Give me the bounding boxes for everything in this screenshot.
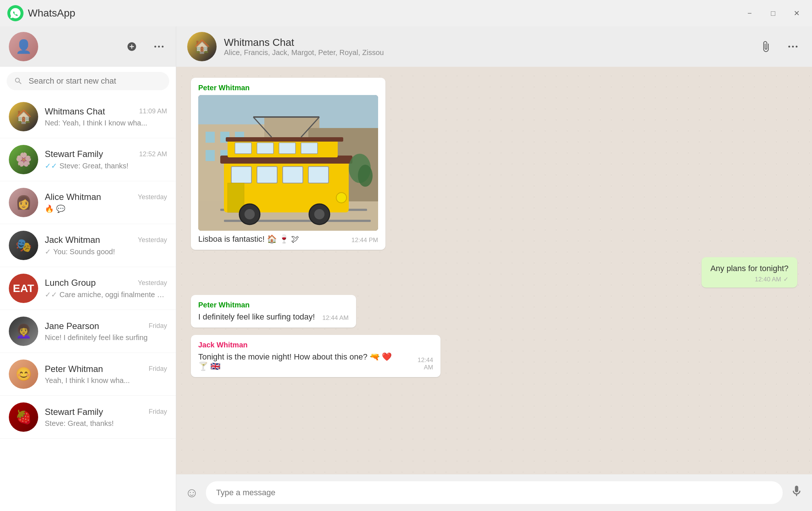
user-avatar-img: 👤 bbox=[9, 32, 38, 61]
menu-button[interactable] bbox=[151, 39, 167, 55]
message-meta: 12:44 AM bbox=[409, 357, 433, 371]
user-avatar[interactable]: 👤 bbox=[9, 32, 38, 61]
chat-list: 🏠 Whitmans Chat 11:09 AM Ned: Yeah, I th… bbox=[0, 95, 176, 511]
svg-rect-24 bbox=[231, 167, 251, 183]
search-icon bbox=[14, 77, 23, 85]
message-sender: Peter Whitman bbox=[198, 84, 378, 92]
attach-button[interactable] bbox=[758, 39, 774, 55]
avatar: 👩 bbox=[9, 188, 38, 217]
avatar: 🍓 bbox=[9, 402, 38, 432]
list-item[interactable]: 🍓 Stewart Family Friday Steve: Great, th… bbox=[0, 396, 176, 439]
chat-preview: Steve: Great, thanks! bbox=[45, 419, 114, 428]
maximize-button[interactable]: □ bbox=[765, 5, 781, 21]
search-wrapper bbox=[7, 72, 169, 90]
message-sender: Jack Whitman bbox=[198, 341, 433, 349]
lunch-group-text: EAT bbox=[13, 282, 34, 295]
search-input[interactable] bbox=[29, 76, 162, 86]
svg-point-33 bbox=[336, 193, 347, 203]
chat-name: Jane Pearson bbox=[45, 321, 99, 331]
chat-time: Friday bbox=[149, 322, 167, 330]
chat-info: Stewart Family 12:52 AM ✓✓ Steve: Great,… bbox=[45, 149, 167, 170]
list-item[interactable]: 😊 Peter Whitman Friday Yeah, I think I k… bbox=[0, 353, 176, 396]
message-input[interactable] bbox=[206, 481, 783, 504]
chat-time: Friday bbox=[149, 408, 167, 416]
emoji-button[interactable]: ☺ bbox=[185, 485, 199, 500]
svg-rect-30 bbox=[279, 143, 296, 154]
chat-preview: 🔥 💬 bbox=[45, 204, 65, 213]
list-item[interactable]: 👩‍🦱 Jane Pearson Friday Nice! I definite… bbox=[0, 310, 176, 353]
list-item[interactable]: 🌸 Stewart Family 12:52 AM ✓✓ Steve: Grea… bbox=[0, 138, 176, 181]
svg-point-37 bbox=[314, 209, 325, 219]
new-chat-button[interactable] bbox=[124, 39, 140, 55]
list-item[interactable]: 👩 Alice Whitman Yesterday 🔥 💬 bbox=[0, 181, 176, 224]
whatsapp-logo-icon bbox=[7, 5, 23, 21]
list-item[interactable]: EAT Lunch Group Yesterday ✓✓ Care amiche… bbox=[0, 267, 176, 310]
chat-header-avatar: 🏠 bbox=[187, 32, 217, 61]
chat-preview: Care amiche, oggi finalmente posso bbox=[59, 291, 167, 299]
message-image bbox=[198, 95, 378, 231]
svg-rect-27 bbox=[308, 167, 329, 183]
avatar: 🌸 bbox=[9, 145, 38, 174]
message-time: 12:44 PM bbox=[351, 237, 378, 244]
svg-rect-14 bbox=[206, 150, 215, 161]
list-item[interactable]: 🎭 Jack Whitman Yesterday ✓ You: Sounds g… bbox=[0, 224, 176, 267]
svg-rect-26 bbox=[283, 167, 303, 183]
svg-rect-31 bbox=[301, 143, 318, 154]
chat-time: Yesterday bbox=[138, 236, 167, 244]
input-bar: ☺ bbox=[176, 474, 812, 511]
chat-time: 12:52 AM bbox=[139, 150, 167, 158]
avatar: 🏠 bbox=[9, 102, 38, 131]
chat-name: Alice Whitman bbox=[45, 192, 101, 202]
chat-preview: Steve: Great, thanks! bbox=[59, 162, 128, 170]
outgoing-message-bubble: Any plans for tonight? 12:40 AM ✓ bbox=[702, 257, 797, 288]
avatar: EAT bbox=[9, 274, 38, 303]
chat-name: Stewart Family bbox=[45, 149, 103, 159]
chat-info: Peter Whitman Friday Yeah, I think I kno… bbox=[45, 364, 167, 385]
message-time: 12:44 AM bbox=[409, 357, 433, 371]
sent-check-icon: ✓ bbox=[783, 275, 789, 283]
message-sender: Peter Whitman bbox=[198, 301, 349, 309]
chat-time: 11:09 AM bbox=[139, 107, 167, 115]
svg-rect-28 bbox=[235, 143, 251, 154]
outgoing-meta: 12:40 AM ✓ bbox=[710, 275, 789, 283]
list-item[interactable]: 🏠 Whitmans Chat 11:09 AM Ned: Yeah, I th… bbox=[0, 95, 176, 138]
chat-panel: 🏠 Whitmans Chat Alice, Francis, Jack, Ma… bbox=[176, 26, 812, 511]
outgoing-text: Any plans for tonight? bbox=[710, 264, 789, 273]
minimize-button[interactable]: − bbox=[742, 5, 758, 21]
svg-rect-29 bbox=[257, 143, 273, 154]
message-bubble: Peter Whitman I definitely feel like sur… bbox=[191, 295, 356, 328]
chat-preview: Yeah, I think I know wha... bbox=[45, 376, 130, 385]
chat-info: Stewart Family Friday Steve: Great, than… bbox=[45, 407, 167, 428]
chat-time: Yesterday bbox=[138, 279, 167, 287]
svg-rect-23 bbox=[226, 137, 343, 142]
chat-preview: Nice! I definitely feel like surfing bbox=[45, 333, 148, 342]
chat-header-info: Whitmans Chat Alice, Francis, Jack, Marg… bbox=[224, 37, 758, 57]
chat-preview: Ned: Yeah, I think I know wha... bbox=[45, 119, 147, 127]
chat-name: Stewart Family bbox=[45, 407, 103, 417]
message-text: Lisboa is fantastic! 🏠 🍷 🕊 bbox=[198, 234, 299, 244]
mic-button[interactable] bbox=[790, 485, 803, 501]
avatar: 🎭 bbox=[9, 231, 38, 260]
avatar: 👩‍🦱 bbox=[9, 317, 38, 346]
chat-time: Yesterday bbox=[138, 193, 167, 201]
sidebar-actions bbox=[124, 39, 167, 55]
chat-info: Jane Pearson Friday Nice! I definitely f… bbox=[45, 321, 167, 342]
double-check-icon: ✓✓ bbox=[45, 161, 57, 170]
chat-time: Friday bbox=[149, 365, 167, 373]
single-check-icon: ✓✓ bbox=[45, 290, 57, 299]
tram-illustration bbox=[198, 95, 378, 231]
close-button[interactable]: ✕ bbox=[789, 5, 805, 21]
window-controls: − □ ✕ bbox=[742, 5, 805, 21]
chat-info: Whitmans Chat 11:09 AM Ned: Yeah, I thin… bbox=[45, 106, 167, 127]
svg-point-2 bbox=[158, 46, 160, 48]
chat-info: Alice Whitman Yesterday 🔥 💬 bbox=[45, 192, 167, 213]
chat-header-name: Whitmans Chat bbox=[224, 37, 758, 48]
message-meta: 12:44 PM bbox=[351, 237, 378, 244]
search-bar bbox=[0, 67, 176, 95]
chat-menu-button[interactable] bbox=[785, 39, 801, 55]
svg-point-35 bbox=[244, 209, 255, 219]
sidebar-header: 👤 bbox=[0, 26, 176, 67]
app-body: 👤 bbox=[0, 26, 812, 511]
chat-name: Peter Whitman bbox=[45, 364, 103, 374]
svg-rect-25 bbox=[257, 167, 277, 183]
